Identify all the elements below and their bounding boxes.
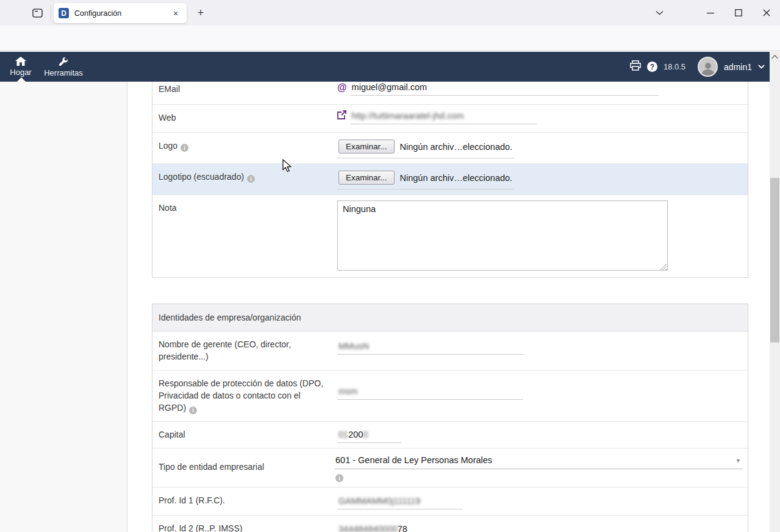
window-maximize-button[interactable]: [729, 5, 748, 21]
username-label[interactable]: admin1: [724, 62, 752, 72]
row-web: Web http://tuttimaraaratel-jhd.com: [152, 104, 748, 132]
scroll-up-icon[interactable]: [771, 54, 779, 60]
scrollbar-thumb[interactable]: [770, 178, 779, 342]
row-prof-id1: Prof. Id 1 (R.F.C). GAMMAMM0j111119: [152, 487, 748, 515]
prof-id1-label: Prof. Id 1 (R.F.C).: [152, 488, 332, 515]
row-logo: Logoi Examinar... Ningún archiv…eleccion…: [152, 132, 748, 163]
logo-squared-file-status: Ningún archiv…eleccionado.: [400, 173, 513, 183]
new-tab-button[interactable]: +: [193, 5, 209, 21]
tab-configuracion[interactable]: D Configuración ×: [54, 3, 187, 23]
select-arrow-icon: ▼: [735, 458, 741, 464]
capital-suffix-blurred: 0: [363, 430, 368, 439]
identity-section-header: Identidades de empresa/organización: [152, 304, 748, 332]
window-close-button[interactable]: [757, 5, 776, 21]
web-value-blurred: http://tuttimaraaratel-jhd.com: [351, 111, 464, 121]
web-input[interactable]: http://tuttimaraaratel-jhd.com: [350, 110, 538, 124]
prof-id2-value-blurred: 344484840000: [338, 524, 398, 532]
version-label: 18.0.5: [664, 62, 685, 71]
manager-label: Nombre de gerente (CEO, director, presid…: [152, 332, 332, 370]
avatar[interactable]: [698, 57, 718, 77]
entity-type-select[interactable]: 601 - General de Ley Personas Morales ▼: [334, 454, 743, 469]
tab-list-chevron-icon[interactable]: [650, 5, 668, 21]
entity-type-value: 601 - General de Ley Personas Morales: [335, 455, 492, 465]
email-input[interactable]: [351, 82, 659, 96]
manager-value-blurred: MMusN: [338, 341, 369, 351]
manager-input[interactable]: MMusN: [337, 340, 523, 355]
logo-label: Logoi: [152, 133, 332, 163]
page-content: EMail @ Web http://tuttimaraaratel-jhd.c: [0, 82, 780, 532]
menu-tools[interactable]: Herramitas: [40, 52, 87, 82]
section-gap: [152, 278, 760, 303]
dolibarr-favicon: D: [59, 8, 69, 18]
logo-file-input[interactable]: Examinar... Ningún archiv…eleccionado.: [337, 138, 514, 158]
capital-prefix-blurred: 01: [338, 430, 348, 439]
at-icon: @: [337, 82, 347, 93]
help-icon[interactable]: ?: [647, 62, 657, 72]
dpo-input[interactable]: msm: [337, 385, 523, 400]
info-icon: i: [181, 144, 188, 152]
info-icon: i: [189, 406, 197, 414]
info-icon: i: [247, 175, 255, 183]
prof-id1-input[interactable]: GAMMAMM0j111119: [337, 495, 462, 509]
row-dpo: Responsable de protección de datos (DPO,…: [152, 370, 748, 421]
browser-tabstrip: D Configuración × +: [0, 0, 780, 26]
logo-squared-browse-button[interactable]: Examinar...: [338, 171, 395, 185]
external-link-icon: [337, 110, 346, 121]
row-logo-squared: Logotipo (escuadrado)i Examinar... Ningú…: [152, 163, 748, 194]
home-icon: [15, 57, 26, 66]
user-menu-chevron-icon[interactable]: [758, 65, 765, 69]
tabstrip-separator: [51, 5, 51, 21]
dolibarr-top-menu: Hogar Herramitas ? 18.0.5 admin1: [0, 52, 780, 82]
logo-squared-file-input[interactable]: Examinar... Ningún archiv…eleccionado.: [337, 169, 514, 190]
note-label: Nota: [152, 195, 332, 277]
company-form-table: EMail @ Web http://tuttimaraaratel-jhd.c: [152, 82, 748, 278]
logo-browse-button[interactable]: Examinar...: [338, 140, 395, 154]
capital-value: 200: [348, 430, 363, 439]
capital-input[interactable]: 012000: [337, 428, 401, 443]
logo-squared-label: Logotipo (escuadrado)i: [152, 164, 332, 194]
row-entity-type: Tipo de entidad empresarial 601 - Genera…: [152, 448, 748, 487]
info-icon: i: [335, 474, 343, 482]
web-label: Web: [152, 105, 332, 132]
identity-form-table: Identidades de empresa/organización Nomb…: [152, 303, 748, 532]
prof-id2-label: Prof. Id 2 (R..P. IMSS): [152, 516, 332, 532]
row-prof-id2: Prof. Id 2 (R..P. IMSS) 34448484000078: [152, 515, 748, 532]
browser-toolbar: localhost/dolibarr/htdocs/admin/company.…: [0, 26, 780, 51]
entity-type-label: Tipo de entidad empresarial: [152, 449, 329, 487]
note-textarea[interactable]: Ninguna: [337, 200, 668, 271]
tab-close-icon[interactable]: ×: [170, 7, 182, 20]
logo-file-status: Ningún archiv…eleccionado.: [400, 142, 513, 152]
row-manager: Nombre de gerente (CEO, director, presid…: [152, 332, 748, 370]
prof-id2-value-visible: 78: [398, 524, 407, 532]
row-note: Nota Ninguna: [152, 194, 748, 277]
prof-id1-value-blurred: GAMMAMM0j111119: [338, 496, 420, 506]
firefox-view-icon[interactable]: [29, 5, 45, 20]
wrench-icon: [59, 57, 68, 66]
row-capital: Capital 012000: [152, 421, 748, 448]
email-label: EMail: [152, 82, 332, 104]
print-icon[interactable]: [630, 60, 641, 73]
active-menu-notch: [17, 77, 26, 82]
vertical-scrollbar[interactable]: [770, 52, 780, 532]
menu-home-label: Hogar: [10, 68, 31, 77]
dpo-label: Responsable de protección de datos (DPO,…: [152, 371, 332, 421]
main-area: EMail @ Web http://tuttimaraaratel-jhd.c: [127, 82, 780, 532]
prof-id2-input[interactable]: 34448484000078: [337, 523, 462, 532]
dpo-value-blurred: msm: [338, 386, 357, 396]
menu-tools-label: Herramitas: [44, 68, 83, 77]
tab-title: Configuración: [74, 9, 170, 18]
row-email: EMail @: [152, 82, 748, 104]
left-sidebar: [0, 82, 127, 532]
capital-label: Capital: [152, 422, 332, 448]
window-minimize-button[interactable]: [701, 5, 720, 21]
